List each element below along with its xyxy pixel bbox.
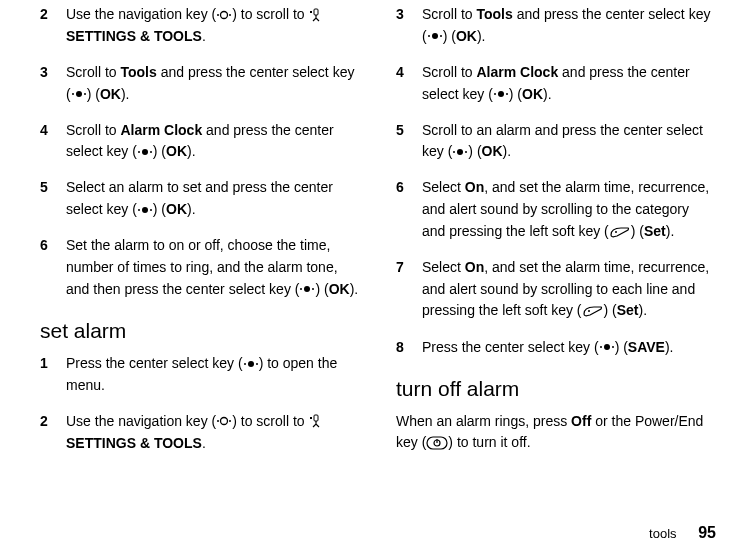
center-select-icon: [299, 278, 315, 300]
ui-label: OK: [456, 28, 477, 44]
paragraph: When an alarm rings, press Off or the Po…: [396, 411, 716, 455]
step: 2Use the navigation key () to scroll to …: [40, 411, 360, 455]
step-number: 8: [396, 337, 422, 359]
svg-point-27: [494, 93, 496, 95]
nav-open-icon: [216, 3, 232, 25]
step-body: Set the alarm to on or off, choose the t…: [66, 235, 360, 301]
svg-point-25: [440, 35, 442, 37]
ui-label: Alarm Clock: [476, 64, 558, 80]
ui-label: OK: [166, 201, 187, 217]
svg-point-6: [84, 93, 86, 95]
page: 2Use the navigation key () to scroll to …: [0, 0, 756, 510]
ui-label: OK: [100, 86, 121, 102]
svg-point-35: [600, 346, 602, 348]
step-number: 2: [40, 4, 66, 48]
svg-point-21: [229, 420, 231, 422]
svg-point-10: [142, 207, 148, 213]
ui-label: Tools: [120, 64, 156, 80]
svg-point-29: [457, 149, 463, 155]
step-number: 5: [40, 177, 66, 221]
step-list: 3Scroll to Tools and press the center se…: [396, 4, 716, 359]
ui-label: Set: [644, 223, 666, 239]
svg-point-16: [248, 361, 254, 367]
step-number: 2: [40, 411, 66, 455]
step-number: 3: [40, 62, 66, 106]
step: 2Use the navigation key () to scroll to …: [40, 4, 360, 48]
svg-point-36: [612, 346, 614, 348]
step: 3Scroll to Tools and press the center se…: [396, 4, 716, 48]
soft-key-icon: [582, 300, 604, 322]
step-list: 1Press the center select key () to open …: [40, 353, 360, 455]
ui-label: OK: [482, 143, 503, 159]
step: 5Select an alarm to set and press the ce…: [40, 177, 360, 221]
settings-tools-icon: [308, 3, 324, 25]
svg-point-28: [506, 93, 508, 95]
step: 1Press the center select key () to open …: [40, 353, 360, 397]
step-body: Press the center select key () (SAVE).: [422, 337, 716, 359]
center-select-icon: [427, 25, 443, 47]
step-number: 6: [40, 235, 66, 301]
step-body: Select On, and set the alarm time, recur…: [422, 177, 716, 243]
step: 8Press the center select key () (SAVE).: [396, 337, 716, 359]
svg-point-4: [76, 91, 82, 97]
svg-point-30: [453, 151, 455, 153]
center-select-icon: [137, 199, 153, 221]
svg-point-31: [465, 151, 467, 153]
step: 4Scroll to Alarm Clock and press the cen…: [40, 120, 360, 164]
step-body: Press the center select key () to open t…: [66, 353, 360, 397]
svg-point-34: [604, 344, 610, 350]
svg-point-5: [72, 93, 74, 95]
ui-label: OK: [522, 86, 543, 102]
svg-point-0: [221, 11, 228, 18]
svg-point-17: [244, 363, 246, 365]
svg-point-18: [256, 363, 258, 365]
step-number: 3: [396, 4, 422, 48]
center-select-icon: [243, 352, 259, 374]
step-number: 7: [396, 257, 422, 323]
page-footer: tools 95: [649, 524, 716, 542]
svg-point-14: [300, 288, 302, 290]
step-number: 5: [396, 120, 422, 164]
step-number: 1: [40, 353, 66, 397]
svg-point-26: [498, 91, 504, 97]
ui-label: Off: [571, 413, 591, 429]
step-number: 4: [40, 120, 66, 164]
step-body: Scroll to an alarm and press the center …: [422, 120, 716, 164]
step-body: Use the navigation key () to scroll to S…: [66, 4, 360, 48]
step: 6Set the alarm to on or off, choose the …: [40, 235, 360, 301]
heading-set-alarm: set alarm: [40, 319, 360, 343]
ui-label: SETTINGS & TOOLS: [66, 28, 202, 44]
svg-point-19: [221, 418, 228, 425]
left-column: 2Use the navigation key () to scroll to …: [40, 4, 378, 510]
center-select-icon: [599, 336, 615, 358]
svg-point-12: [150, 209, 152, 211]
step-body: Scroll to Alarm Clock and press the cent…: [66, 120, 360, 164]
svg-rect-22: [314, 415, 318, 421]
step-body: Select an alarm to set and press the cen…: [66, 177, 360, 221]
svg-point-33: [588, 310, 590, 312]
ui-label: Tools: [476, 6, 512, 22]
ui-label: Alarm Clock: [120, 122, 202, 138]
nav-open-icon: [216, 410, 232, 432]
center-select-icon: [493, 83, 509, 105]
svg-point-15: [312, 288, 314, 290]
svg-point-8: [138, 151, 140, 153]
center-select-icon: [71, 83, 87, 105]
footer-page-number: 95: [698, 524, 716, 541]
ui-label: SAVE: [628, 339, 665, 355]
svg-point-2: [229, 14, 231, 16]
step-body: Scroll to Tools and press the center sel…: [422, 4, 716, 48]
step: 7Select On, and set the alarm time, recu…: [396, 257, 716, 323]
soft-key-icon: [609, 220, 631, 242]
svg-rect-3: [314, 9, 318, 15]
svg-point-24: [428, 35, 430, 37]
ui-label: SETTINGS & TOOLS: [66, 435, 202, 451]
svg-point-23: [432, 33, 438, 39]
ui-label: Set: [617, 302, 639, 318]
step: 4Scroll to Alarm Clock and press the cen…: [396, 62, 716, 106]
step-body: Use the navigation key () to scroll to S…: [66, 411, 360, 455]
step-body: Select On, and set the alarm time, recur…: [422, 257, 716, 323]
svg-point-13: [304, 286, 310, 292]
ui-label: On: [465, 179, 484, 195]
svg-point-20: [217, 420, 219, 422]
